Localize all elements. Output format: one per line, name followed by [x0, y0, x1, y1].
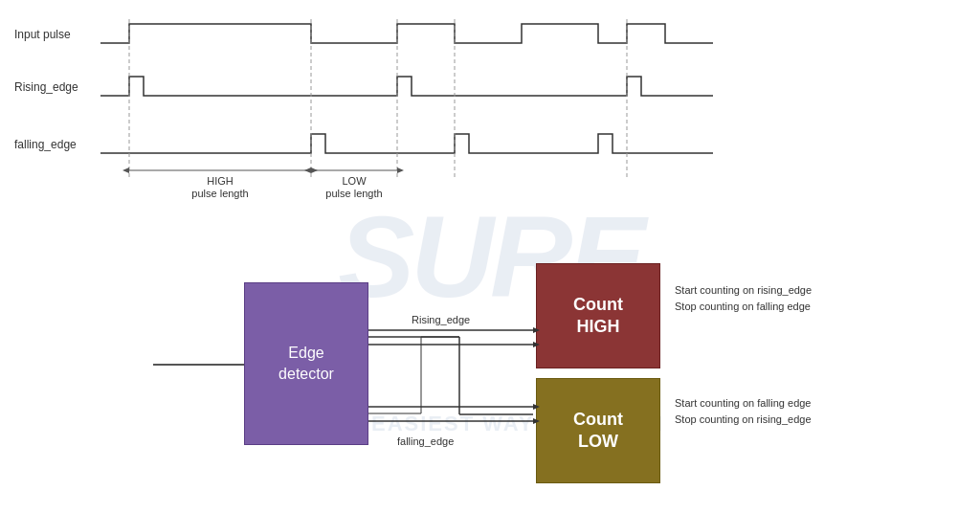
- high-pulse-label-1: HIGH: [207, 175, 234, 187]
- signal-label-rising: Rising_edge: [14, 80, 78, 94]
- high-pulse-label-2: pulse length: [191, 188, 248, 199]
- signal-label-input: Input pulse: [14, 28, 71, 41]
- falling-edge-arrowhead-2: [533, 418, 540, 424]
- timing-diagram: Input pulse Rising_edge falling_edge HIG…: [14, 10, 723, 201]
- low-pulse-label-2: pulse length: [325, 188, 382, 199]
- block-connectors: Rising_edge falling_edge: [57, 254, 976, 502]
- main-content: Input pulse Rising_edge falling_edge HIG…: [0, 0, 980, 513]
- signal-label-falling: falling_edge: [14, 138, 77, 151]
- rising-edge-wire-label: Rising_edge: [412, 314, 470, 325]
- count-low-desc-line2: Stop counting on rising_edge: [675, 412, 812, 428]
- rising-edge-waveform: [100, 77, 713, 96]
- falling-edge-waveform: [100, 134, 713, 153]
- count-high-desc: Start counting on rising_edge Stop count…: [675, 282, 812, 314]
- count-high-desc-line2: Stop counting on falling edge: [675, 299, 812, 315]
- rising-edge-arrowhead-2: [533, 342, 540, 347]
- low-pulse-label-1: LOW: [342, 175, 367, 187]
- falling-edge-arrowhead: [533, 404, 540, 410]
- rising-edge-arrowhead: [533, 327, 540, 333]
- high-pulse-arrow-left: [122, 167, 129, 173]
- low-pulse-arrow-left: [304, 167, 311, 173]
- low-pulse-arrow-right: [397, 167, 404, 173]
- falling-edge-wire-label: falling_edge: [397, 435, 454, 447]
- count-low-desc-line1: Start counting on falling edge: [675, 395, 812, 412]
- block-diagram: Edge detector Count HIGH Count LOW Risin…: [57, 254, 976, 502]
- input-pulse-waveform: [100, 24, 713, 43]
- count-high-desc-line1: Start counting on rising_edge: [675, 282, 812, 299]
- count-low-desc: Start counting on falling edge Stop coun…: [675, 395, 812, 427]
